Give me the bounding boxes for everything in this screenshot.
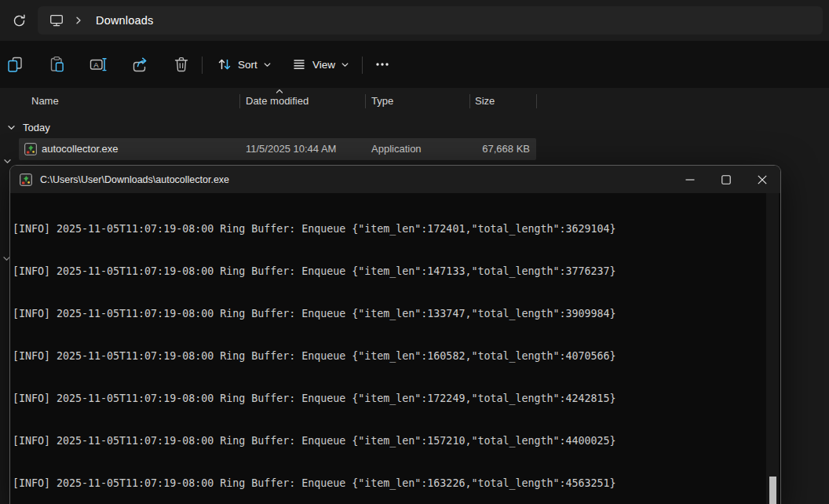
column-header-date-modified[interactable]: Date modified (246, 95, 309, 107)
sort-dropdown-button[interactable]: Sort (210, 49, 278, 79)
column-divider[interactable] (239, 94, 240, 108)
view-lines-icon (291, 57, 307, 72)
log-line: [INFO] 2025-11-05T11:07:19-08:00 Ring Bu… (13, 477, 780, 491)
delete-trash-icon (173, 56, 190, 73)
copy-icon (6, 56, 24, 73)
file-size: 67,668 KB (428, 143, 530, 155)
console-log: [INFO] 2025-11-05T11:07:19-08:00 Ring Bu… (10, 193, 780, 504)
explorer-navbar: Downloads (0, 0, 829, 41)
column-divider[interactable] (365, 94, 366, 108)
more-options-button[interactable] (367, 49, 397, 79)
this-pc-monitor-icon[interactable] (49, 13, 64, 28)
toolbar-separator (202, 57, 203, 74)
chevron-down-icon (341, 60, 349, 69)
paste-button[interactable] (42, 49, 71, 79)
share-button[interactable] (125, 49, 155, 79)
log-line: [INFO] 2025-11-05T11:07:19-08:00 Ring Bu… (13, 434, 780, 448)
file-name: autocollector.exe (42, 143, 119, 155)
group-expand-chevron-icon[interactable] (2, 156, 13, 166)
toolbar-separator (362, 57, 363, 74)
window-controls (672, 166, 780, 193)
paste-icon (48, 56, 65, 73)
address-bar[interactable]: Downloads (38, 6, 823, 35)
refresh-button[interactable] (5, 9, 33, 32)
console-window: C:\Users\User\Downloads\autocollector.ex… (9, 165, 781, 504)
log-line: [INFO] 2025-11-05T11:07:19-08:00 Ring Bu… (13, 349, 780, 363)
more-ellipsis-icon (374, 56, 391, 73)
file-row-autocollector[interactable]: autocollector.exe 11/5/2025 10:44 AM App… (19, 138, 536, 160)
command-toolbar: A (0, 41, 829, 88)
maximize-icon (721, 175, 731, 184)
group-header-today[interactable]: Today (0, 118, 314, 137)
column-header-size[interactable]: Size (475, 95, 495, 107)
chevron-down-icon (263, 60, 272, 69)
group-expand-chevron-icon[interactable] (6, 122, 16, 133)
log-line: [INFO] 2025-11-05T11:07:19-08:00 Ring Bu… (13, 222, 780, 236)
console-title: C:\Users\User\Downloads\autocollector.ex… (40, 174, 229, 185)
log-line: [INFO] 2025-11-05T11:07:19-08:00 Ring Bu… (13, 265, 780, 279)
minimize-icon (685, 175, 695, 184)
refresh-icon (12, 13, 27, 28)
log-line: [INFO] 2025-11-05T11:07:19-08:00 Ring Bu… (13, 392, 780, 406)
minimize-button[interactable] (672, 166, 708, 193)
close-icon (758, 175, 767, 184)
rename-button[interactable]: A (83, 49, 113, 79)
console-app-icon (20, 173, 32, 186)
console-output: [INFO] 2025-11-05T11:07:19-08:00 Ring Bu… (10, 193, 780, 504)
svg-text:A: A (93, 60, 99, 69)
rename-icon: A (89, 56, 108, 73)
sort-label: Sort (238, 59, 257, 71)
breadcrumb-chevron-icon[interactable] (74, 16, 83, 25)
sort-arrows-icon (217, 57, 232, 72)
scrollbar-thumb[interactable] (769, 477, 776, 504)
log-line: [INFO] 2025-11-05T11:07:19-08:00 Ring Bu… (13, 307, 780, 321)
column-header-type[interactable]: Type (371, 95, 393, 107)
copy-button[interactable] (0, 49, 30, 79)
file-date-modified: 11/5/2025 10:44 AM (246, 143, 336, 155)
exe-file-icon (24, 143, 37, 155)
maximize-button[interactable] (708, 166, 744, 193)
close-button[interactable] (744, 166, 780, 193)
column-header-name[interactable]: Name (31, 95, 59, 107)
console-scrollbar[interactable] (766, 193, 779, 504)
console-titlebar[interactable]: C:\Users\User\Downloads\autocollector.ex… (10, 166, 780, 193)
breadcrumb-location[interactable]: Downloads (96, 14, 154, 27)
column-divider[interactable] (469, 94, 470, 108)
view-label: View (312, 59, 335, 71)
delete-button[interactable] (166, 49, 196, 79)
view-dropdown-button[interactable]: View (285, 49, 356, 79)
column-divider[interactable] (536, 94, 537, 108)
share-icon (131, 56, 148, 73)
file-type: Application (371, 143, 422, 155)
group-label: Today (23, 122, 50, 133)
sort-ascending-caret-icon (275, 88, 284, 94)
